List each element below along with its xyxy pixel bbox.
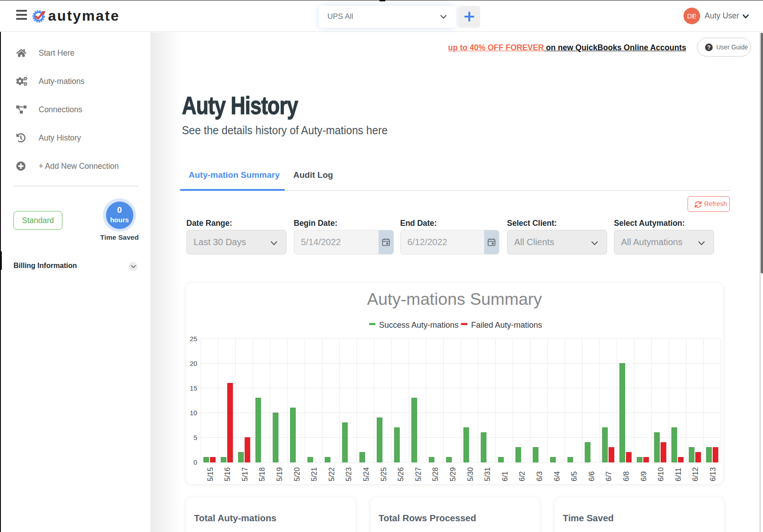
svg-text:6/1: 6/1 [501, 471, 509, 481]
svg-text:5/25: 5/25 [380, 467, 388, 481]
svg-text:5/31: 5/31 [484, 467, 491, 481]
svg-text:6/11: 6/11 [675, 468, 682, 481]
svg-text:Auty-mations Summary: Auty-mations Summary [367, 290, 542, 308]
svg-text:Success Auty-mations: Success Auty-mations [379, 321, 459, 330]
svg-text:Failed Auty-mations: Failed Auty-mations [471, 321, 542, 330]
svg-text:10: 10 [190, 409, 198, 417]
svg-text:5/29: 5/29 [449, 467, 457, 481]
svg-text:0: 0 [194, 458, 197, 466]
svg-text:6/2: 6/2 [518, 471, 526, 481]
svg-text:5/15: 5/15 [207, 467, 214, 481]
svg-text:5/17: 5/17 [241, 467, 249, 481]
svg-text:5/30: 5/30 [467, 467, 474, 481]
svg-text:5/27: 5/27 [415, 467, 422, 481]
svg-text:5/24: 5/24 [362, 467, 370, 481]
svg-text:6/8: 6/8 [622, 471, 630, 481]
svg-text:5/21: 5/21 [310, 467, 318, 481]
svg-text:5/23: 5/23 [345, 467, 353, 481]
svg-text:25: 25 [190, 335, 198, 343]
svg-text:5/19: 5/19 [276, 467, 283, 481]
svg-text:5/26: 5/26 [397, 467, 405, 481]
svg-text:20: 20 [190, 360, 198, 367]
svg-text:5/16: 5/16 [224, 467, 231, 481]
svg-text:5/20: 5/20 [293, 467, 301, 481]
svg-text:6/7: 6/7 [605, 471, 613, 481]
svg-text:6/10: 6/10 [657, 467, 665, 481]
svg-text:6/13: 6/13 [709, 467, 717, 481]
svg-text:6/6: 6/6 [588, 471, 595, 481]
svg-text:6/12: 6/12 [692, 467, 699, 481]
svg-text:6/4: 6/4 [553, 471, 561, 481]
svg-text:5/18: 5/18 [258, 467, 266, 481]
svg-text:5/22: 5/22 [328, 467, 335, 481]
svg-text:6/5: 6/5 [570, 471, 578, 481]
svg-text:5/28: 5/28 [432, 467, 439, 481]
svg-text:6/3: 6/3 [536, 471, 543, 481]
svg-text:5: 5 [194, 434, 197, 441]
svg-text:6/9: 6/9 [640, 471, 648, 481]
svg-text:15: 15 [190, 384, 198, 392]
